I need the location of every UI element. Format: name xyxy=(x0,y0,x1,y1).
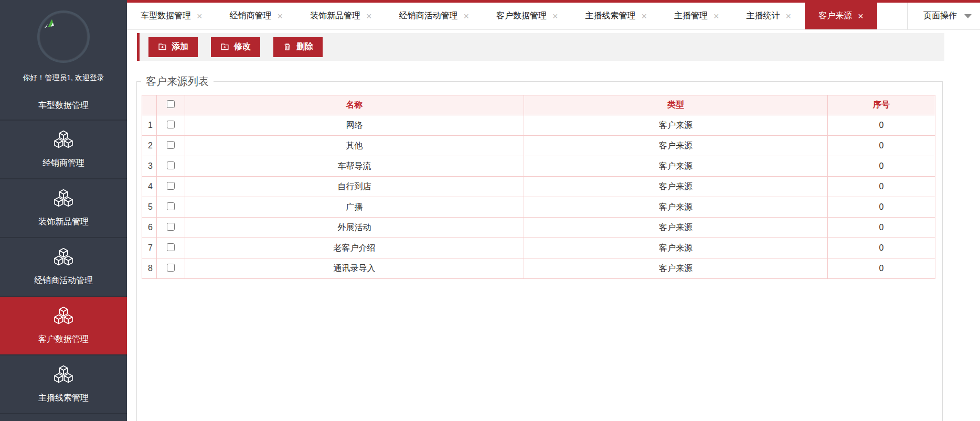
sidebar-item-link[interactable]: 装饰新品管理 xyxy=(0,179,127,238)
row-checkbox[interactable] xyxy=(167,182,175,190)
close-icon[interactable]: × xyxy=(278,12,283,21)
tab-label: 客户数据管理 xyxy=(496,10,547,21)
table-row[interactable]: 8 通讯录导入 客户来源 0 xyxy=(142,258,935,279)
toolbar-button[interactable]: 删除 xyxy=(273,37,323,57)
close-icon[interactable]: × xyxy=(786,12,792,21)
row-index: 5 xyxy=(142,197,157,218)
page-actions-label: 页面操作 xyxy=(923,10,957,21)
select-all-checkbox[interactable] xyxy=(167,100,175,108)
close-icon[interactable]: × xyxy=(858,12,864,21)
tab[interactable]: 主播统计 × xyxy=(733,3,805,29)
row-index: 8 xyxy=(142,258,157,279)
tab[interactable]: 主播管理 × xyxy=(661,3,733,29)
close-icon[interactable]: × xyxy=(197,12,203,21)
sidebar-item-link[interactable]: 车型数据管理 xyxy=(0,91,127,121)
sidebar-item-link[interactable]: 主播线索管理 xyxy=(0,355,127,414)
tab[interactable]: 经销商管理 × xyxy=(216,3,297,29)
cubes-icon xyxy=(52,307,75,327)
cubes-icon xyxy=(52,131,75,150)
row-checkbox-cell xyxy=(157,197,185,218)
table-row[interactable]: 6 外展活动 客户来源 0 xyxy=(142,218,935,238)
tab[interactable]: 车型数据管理 × xyxy=(127,3,216,29)
row-checkbox[interactable] xyxy=(167,243,175,251)
panel-legend: 客户来源列表 xyxy=(141,74,214,89)
row-index: 6 xyxy=(142,218,157,238)
table-row[interactable]: 3 车帮导流 客户来源 0 xyxy=(142,156,935,177)
row-checkbox[interactable] xyxy=(167,161,175,169)
table-row[interactable]: 5 广播 客户来源 0 xyxy=(142,197,935,218)
row-name: 通讯录导入 xyxy=(185,258,524,279)
close-icon[interactable]: × xyxy=(366,12,372,21)
row-order: 0 xyxy=(828,218,935,238)
toolbar-button-label: 添加 xyxy=(172,41,188,52)
header-name[interactable]: 名称 xyxy=(185,95,524,115)
sidebar-item-label: 车型数据管理 xyxy=(38,100,89,111)
sidebar-item-link[interactable]: 经销商活动管理 xyxy=(0,238,127,297)
page-actions-dropdown[interactable]: 页面操作 xyxy=(907,3,980,29)
tab[interactable]: 客户来源 × xyxy=(805,3,877,29)
row-type: 客户来源 xyxy=(524,156,828,177)
close-icon[interactable]: × xyxy=(464,12,470,21)
row-checkbox-cell xyxy=(157,238,185,258)
row-checkbox[interactable] xyxy=(167,223,175,231)
row-index: 4 xyxy=(142,177,157,197)
row-checkbox[interactable] xyxy=(167,121,175,128)
row-name: 老客户介绍 xyxy=(185,238,524,258)
table-row[interactable]: 4 自行到店 客户来源 0 xyxy=(142,177,935,197)
row-order: 0 xyxy=(828,136,935,156)
row-order: 0 xyxy=(828,177,935,197)
row-checkbox[interactable] xyxy=(167,141,175,149)
row-type: 客户来源 xyxy=(524,115,828,136)
table-row[interactable]: 7 老客户介绍 客户来源 0 xyxy=(142,238,935,258)
cubes-icon xyxy=(52,365,75,385)
toolbar-button-label: 修改 xyxy=(234,41,251,52)
row-type: 客户来源 xyxy=(524,258,828,279)
row-name: 网络 xyxy=(185,115,524,136)
row-order: 0 xyxy=(828,115,935,136)
row-type: 客户来源 xyxy=(524,177,828,197)
row-type: 客户来源 xyxy=(524,238,828,258)
tab[interactable]: 经销商活动管理 × xyxy=(386,3,483,29)
row-checkbox[interactable] xyxy=(167,264,175,272)
tab-label: 主播线索管理 xyxy=(585,10,636,21)
close-icon[interactable]: × xyxy=(642,12,647,21)
tab-label: 客户来源 xyxy=(818,10,852,21)
header-type[interactable]: 类型 xyxy=(524,95,828,115)
sidebar: 你好！管理员1, 欢迎登录 车型数据管理 经销商管理 xyxy=(0,0,127,421)
tab[interactable]: 装饰新品管理 × xyxy=(296,3,386,29)
logo-icon xyxy=(45,19,54,28)
tab-bar: 车型数据管理 × 经销商管理 × 装饰新品管理 × 经销商活动管理 × 客户数据… xyxy=(127,0,980,30)
header-order[interactable]: 序号 xyxy=(828,95,935,115)
table-row[interactable]: 1 网络 客户来源 0 xyxy=(142,115,935,136)
tab[interactable]: 客户数据管理 × xyxy=(483,3,572,29)
row-index: 7 xyxy=(142,238,157,258)
row-name: 车帮导流 xyxy=(185,156,524,177)
row-name: 自行到店 xyxy=(185,177,524,197)
cubes-icon xyxy=(52,189,75,209)
tab[interactable]: 主播线索管理 × xyxy=(572,3,661,29)
sidebar-item-label: 经销商管理 xyxy=(42,158,84,169)
sidebar-item-label: 主播线索管理 xyxy=(38,393,89,404)
tabs: 车型数据管理 × 经销商管理 × 装饰新品管理 × 经销商活动管理 × 客户数据… xyxy=(127,3,877,29)
close-icon[interactable]: × xyxy=(552,12,558,21)
toolbar-button[interactable]: 修改 xyxy=(211,37,260,57)
row-name: 广播 xyxy=(185,197,524,218)
table-row[interactable]: 2 其他 客户来源 0 xyxy=(142,136,935,156)
table-header-row: 名称 类型 序号 xyxy=(142,95,935,115)
sidebar-item-active[interactable]: 客户数据管理 xyxy=(0,297,127,355)
row-checkbox-cell xyxy=(157,258,185,279)
tab-label: 经销商管理 xyxy=(230,10,272,21)
sidebar-item-link[interactable]: 经销商管理 xyxy=(0,121,127,179)
avatar xyxy=(0,0,127,63)
customer-source-table: 名称 类型 序号 1 网络 客户来源 0 2 其他 客户来源 0 3 车帮导流 … xyxy=(142,95,935,279)
row-type: 客户来源 xyxy=(524,218,828,238)
row-checkbox-cell xyxy=(157,218,185,238)
sidebar-item-label: 经销商活动管理 xyxy=(34,275,93,286)
folder-plus-icon xyxy=(220,42,229,51)
avatar-circle xyxy=(37,10,90,63)
welcome-text: 你好！管理员1, 欢迎登录 xyxy=(0,73,127,83)
row-checkbox-cell xyxy=(157,156,185,177)
toolbar-button[interactable]: 添加 xyxy=(148,37,198,57)
row-checkbox[interactable] xyxy=(167,202,175,210)
close-icon[interactable]: × xyxy=(713,12,719,21)
